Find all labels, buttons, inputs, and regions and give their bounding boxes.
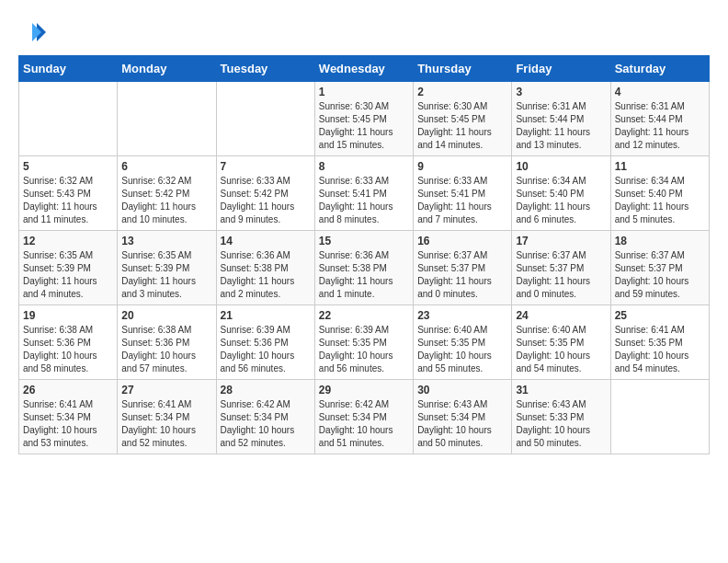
day-number: 28: [221, 384, 311, 396]
day-number: 7: [221, 160, 311, 173]
day-info: Sunrise: 6:36 AM Sunset: 5:38 PM Dayligh…: [221, 249, 311, 301]
day-number: 3: [516, 86, 606, 98]
day-info: Sunrise: 6:36 AM Sunset: 5:38 PM Dayligh…: [319, 249, 409, 301]
day-info: Sunrise: 6:32 AM Sunset: 5:42 PM Dayligh…: [121, 175, 211, 226]
page-header: [18, 18, 710, 46]
day-number: 17: [516, 235, 606, 247]
day-info: Sunrise: 6:42 AM Sunset: 5:34 PM Dayligh…: [221, 398, 311, 450]
day-number: 19: [23, 309, 113, 322]
day-info: Sunrise: 6:35 AM Sunset: 5:39 PM Dayligh…: [23, 249, 113, 301]
day-info: Sunrise: 6:41 AM Sunset: 5:35 PM Dayligh…: [615, 324, 705, 375]
day-info: Sunrise: 6:30 AM Sunset: 5:45 PM Dayligh…: [319, 100, 409, 152]
weekday-header-wednesday: Wednesday: [314, 56, 413, 82]
day-number: 20: [121, 309, 211, 322]
day-number: 13: [121, 235, 211, 247]
calendar-row: 12Sunrise: 6:35 AM Sunset: 5:39 PM Dayli…: [19, 231, 710, 305]
calendar-cell: 3Sunrise: 6:31 AM Sunset: 5:44 PM Daylig…: [512, 82, 610, 156]
calendar-cell: 22Sunrise: 6:39 AM Sunset: 5:35 PM Dayli…: [314, 305, 413, 380]
calendar-cell: 19Sunrise: 6:38 AM Sunset: 5:36 PM Dayli…: [19, 305, 118, 380]
day-number: 2: [417, 86, 507, 98]
day-info: Sunrise: 6:39 AM Sunset: 5:36 PM Dayligh…: [221, 324, 311, 375]
day-number: 8: [319, 160, 409, 173]
weekday-header-saturday: Saturday: [610, 56, 709, 82]
day-number: 5: [23, 160, 113, 173]
calendar-cell: 26Sunrise: 6:41 AM Sunset: 5:34 PM Dayli…: [19, 380, 118, 454]
day-number: 9: [417, 160, 507, 173]
day-number: 6: [121, 160, 211, 173]
weekday-header-sunday: Sunday: [19, 56, 118, 82]
day-info: Sunrise: 6:37 AM Sunset: 5:37 PM Dayligh…: [417, 249, 507, 301]
day-info: Sunrise: 6:42 AM Sunset: 5:34 PM Dayligh…: [319, 398, 409, 450]
calendar-cell: 29Sunrise: 6:42 AM Sunset: 5:34 PM Dayli…: [314, 380, 413, 454]
calendar-cell: 6Sunrise: 6:32 AM Sunset: 5:42 PM Daylig…: [118, 156, 216, 231]
day-number: 16: [417, 235, 507, 247]
calendar-row: 5Sunrise: 6:32 AM Sunset: 5:43 PM Daylig…: [19, 156, 710, 231]
day-info: Sunrise: 6:33 AM Sunset: 5:42 PM Dayligh…: [221, 175, 311, 226]
calendar-cell: 27Sunrise: 6:41 AM Sunset: 5:34 PM Dayli…: [118, 380, 216, 454]
day-number: 27: [121, 384, 211, 396]
calendar-cell: 17Sunrise: 6:37 AM Sunset: 5:37 PM Dayli…: [512, 231, 610, 305]
calendar-cell: 30Sunrise: 6:43 AM Sunset: 5:34 PM Dayli…: [414, 380, 512, 454]
day-info: Sunrise: 6:40 AM Sunset: 5:35 PM Dayligh…: [516, 324, 606, 375]
calendar-cell: 23Sunrise: 6:40 AM Sunset: 5:35 PM Dayli…: [414, 305, 512, 380]
day-number: 29: [319, 384, 409, 396]
weekday-header-thursday: Thursday: [414, 56, 512, 82]
calendar-cell: 16Sunrise: 6:37 AM Sunset: 5:37 PM Dayli…: [414, 231, 512, 305]
weekday-header-tuesday: Tuesday: [216, 56, 314, 82]
day-number: 30: [417, 384, 507, 396]
weekday-header-row: SundayMondayTuesdayWednesdayThursdayFrid…: [19, 56, 710, 82]
calendar-cell: 1Sunrise: 6:30 AM Sunset: 5:45 PM Daylig…: [314, 82, 413, 156]
day-number: 25: [615, 309, 705, 322]
calendar-cell: 24Sunrise: 6:40 AM Sunset: 5:35 PM Dayli…: [512, 305, 610, 380]
day-number: 23: [417, 309, 507, 322]
calendar-cell: 12Sunrise: 6:35 AM Sunset: 5:39 PM Dayli…: [19, 231, 118, 305]
calendar-cell: 5Sunrise: 6:32 AM Sunset: 5:43 PM Daylig…: [19, 156, 118, 231]
day-number: 24: [516, 309, 606, 322]
day-number: 26: [23, 384, 113, 396]
calendar-table: SundayMondayTuesdayWednesdayThursdayFrid…: [18, 55, 710, 454]
calendar-cell: 9Sunrise: 6:33 AM Sunset: 5:41 PM Daylig…: [414, 156, 512, 231]
day-info: Sunrise: 6:43 AM Sunset: 5:34 PM Dayligh…: [417, 398, 507, 450]
calendar-cell: 25Sunrise: 6:41 AM Sunset: 5:35 PM Dayli…: [610, 305, 709, 380]
day-info: Sunrise: 6:31 AM Sunset: 5:44 PM Dayligh…: [516, 100, 606, 152]
calendar-row: 26Sunrise: 6:41 AM Sunset: 5:34 PM Dayli…: [19, 380, 710, 454]
day-number: 1: [319, 86, 409, 98]
day-info: Sunrise: 6:35 AM Sunset: 5:39 PM Dayligh…: [121, 249, 211, 301]
day-number: 21: [221, 309, 311, 322]
day-number: 18: [615, 235, 705, 247]
calendar-cell: 14Sunrise: 6:36 AM Sunset: 5:38 PM Dayli…: [216, 231, 314, 305]
calendar-cell: 10Sunrise: 6:34 AM Sunset: 5:40 PM Dayli…: [512, 156, 610, 231]
weekday-header-monday: Monday: [118, 56, 216, 82]
calendar-cell: [216, 82, 314, 156]
calendar-cell: 8Sunrise: 6:33 AM Sunset: 5:41 PM Daylig…: [314, 156, 413, 231]
day-number: 10: [516, 160, 606, 173]
calendar-row: 1Sunrise: 6:30 AM Sunset: 5:45 PM Daylig…: [19, 82, 710, 156]
day-info: Sunrise: 6:41 AM Sunset: 5:34 PM Dayligh…: [23, 398, 113, 450]
day-info: Sunrise: 6:37 AM Sunset: 5:37 PM Dayligh…: [615, 249, 705, 301]
calendar-cell: 20Sunrise: 6:38 AM Sunset: 5:36 PM Dayli…: [118, 305, 216, 380]
calendar-cell: 28Sunrise: 6:42 AM Sunset: 5:34 PM Dayli…: [216, 380, 314, 454]
calendar-cell: 11Sunrise: 6:34 AM Sunset: 5:40 PM Dayli…: [610, 156, 709, 231]
day-number: 4: [615, 86, 705, 98]
logo: [18, 18, 50, 46]
logo-icon: [18, 18, 46, 46]
day-info: Sunrise: 6:41 AM Sunset: 5:34 PM Dayligh…: [121, 398, 211, 450]
calendar-cell: [610, 380, 709, 454]
day-info: Sunrise: 6:33 AM Sunset: 5:41 PM Dayligh…: [417, 175, 507, 226]
day-number: 31: [516, 384, 606, 396]
day-info: Sunrise: 6:33 AM Sunset: 5:41 PM Dayligh…: [319, 175, 409, 226]
day-info: Sunrise: 6:30 AM Sunset: 5:45 PM Dayligh…: [417, 100, 507, 152]
day-info: Sunrise: 6:39 AM Sunset: 5:35 PM Dayligh…: [319, 324, 409, 375]
calendar-cell: 15Sunrise: 6:36 AM Sunset: 5:38 PM Dayli…: [314, 231, 413, 305]
calendar-cell: 13Sunrise: 6:35 AM Sunset: 5:39 PM Dayli…: [118, 231, 216, 305]
calendar-cell: 2Sunrise: 6:30 AM Sunset: 5:45 PM Daylig…: [414, 82, 512, 156]
day-info: Sunrise: 6:40 AM Sunset: 5:35 PM Dayligh…: [417, 324, 507, 375]
calendar-cell: [19, 82, 118, 156]
day-info: Sunrise: 6:31 AM Sunset: 5:44 PM Dayligh…: [615, 100, 705, 152]
calendar-cell: 18Sunrise: 6:37 AM Sunset: 5:37 PM Dayli…: [610, 231, 709, 305]
calendar-cell: 4Sunrise: 6:31 AM Sunset: 5:44 PM Daylig…: [610, 82, 709, 156]
calendar-cell: 31Sunrise: 6:43 AM Sunset: 5:33 PM Dayli…: [512, 380, 610, 454]
calendar-row: 19Sunrise: 6:38 AM Sunset: 5:36 PM Dayli…: [19, 305, 710, 380]
day-info: Sunrise: 6:38 AM Sunset: 5:36 PM Dayligh…: [121, 324, 211, 375]
calendar-cell: [118, 82, 216, 156]
